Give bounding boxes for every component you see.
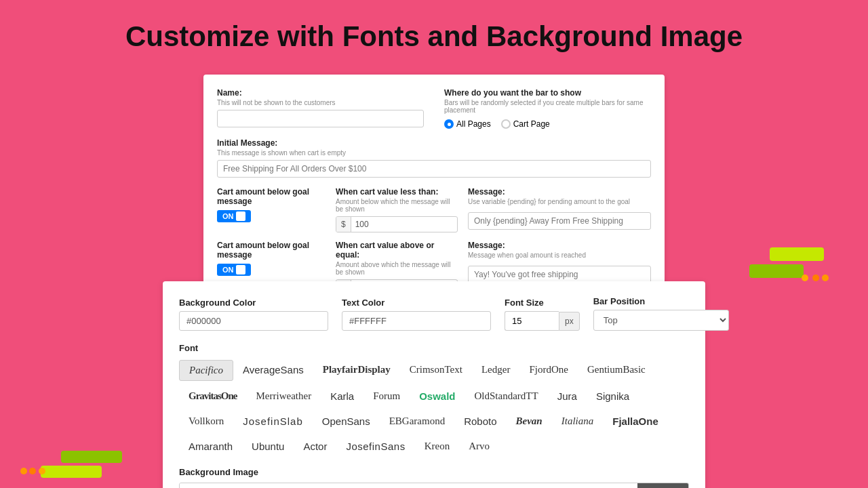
bg-image-section: Background Image Browse	[179, 467, 689, 488]
font-section-label: Font	[179, 343, 689, 353]
svg-point-9	[39, 468, 45, 474]
bg-color-input[interactable]	[179, 311, 328, 331]
bg-color-label: Background Color	[179, 298, 328, 308]
above-goal-on-label: ON	[222, 266, 234, 274]
message-less-input[interactable]	[468, 212, 651, 230]
bg-image-label: Background Image	[179, 467, 689, 477]
text-color-input[interactable]	[342, 311, 491, 331]
font-forum[interactable]: Forum	[363, 386, 410, 406]
bg-image-row: Browse	[179, 483, 689, 488]
below-goal-row: Cart amount below goal message ON When c…	[217, 187, 651, 232]
page-title: Customize with Fonts and Background Imag…	[0, 0, 868, 66]
svg-point-4	[802, 274, 808, 281]
when-less-input[interactable]	[351, 217, 392, 232]
below-goal-on-label: ON	[222, 212, 234, 220]
font-size-row: px	[505, 311, 580, 331]
font-ebgaramond[interactable]: EBGaramond	[380, 411, 454, 431]
font-arvo[interactable]: Arvo	[459, 436, 499, 456]
font-signika[interactable]: Signika	[587, 386, 639, 406]
above-goal-label: Cart amount below goal message	[217, 241, 326, 260]
font-oldstandardtt[interactable]: OldStandardTT	[465, 386, 548, 406]
svg-point-7	[29, 468, 36, 474]
browse-button[interactable]: Browse	[637, 483, 688, 488]
below-goal-toggle-group: Cart amount below goal message ON	[217, 187, 326, 232]
font-bevan[interactable]: Bevan	[507, 411, 552, 431]
font-oswald[interactable]: Oswald	[410, 386, 465, 406]
font-size-input[interactable]	[505, 311, 559, 331]
svg-point-2	[812, 274, 819, 281]
below-goal-indicator	[236, 211, 245, 221]
all-pages-radio[interactable]	[444, 119, 454, 129]
svg-point-3	[822, 274, 829, 281]
font-pacifico[interactable]: Pacifico	[179, 360, 233, 381]
svg-rect-5	[61, 451, 122, 463]
font-ubuntu[interactable]: Ubuntu	[242, 436, 294, 456]
initial-message-label: Initial Message:	[217, 138, 651, 148]
when-less-sublabel: Amount below which the message will be s…	[336, 198, 458, 213]
when-less-group: When cart value less than: Amount below …	[336, 187, 458, 232]
message-above-label: Message:	[468, 241, 651, 250]
name-sublabel: This will not be shown to the customers	[217, 99, 424, 106]
bg-image-input[interactable]	[180, 483, 637, 488]
svg-rect-1	[749, 264, 804, 278]
message-less-group: Message: Use variable {pending} for pend…	[468, 187, 651, 232]
below-goal-label: Cart amount below goal message	[217, 187, 326, 206]
font-actor[interactable]: Actor	[294, 436, 336, 456]
font-fjallaone[interactable]: FjallaOne	[603, 411, 668, 431]
all-pages-label: All Pages	[456, 119, 491, 129]
placement-field-group: Where do you want the bar to show Bars w…	[444, 88, 651, 129]
font-fjordone[interactable]: FjordOne	[519, 360, 578, 381]
initial-message-input[interactable]	[217, 160, 651, 178]
font-merriweather[interactable]: Merriweather	[247, 386, 321, 406]
text-color-label: Text Color	[342, 298, 491, 308]
font-italiana[interactable]: Italiana	[552, 411, 604, 431]
when-above-sublabel: Amount above which the message will be s…	[336, 261, 458, 276]
svg-rect-0	[770, 247, 824, 261]
above-goal-toggle[interactable]: ON	[217, 264, 251, 276]
message-less-sublabel: Use variable {pending} for pending amoun…	[468, 198, 651, 205]
font-vollkorn[interactable]: Vollkorn	[179, 411, 233, 431]
bar-position-label: Bar Position	[593, 296, 729, 306]
placement-label: Where do you want the bar to show	[444, 88, 651, 98]
bg-color-group: Background Color	[179, 298, 328, 331]
initial-message-sublabel: This message is shown when cart is empty	[217, 149, 651, 157]
all-pages-option[interactable]: All Pages	[444, 119, 491, 129]
cart-page-radio[interactable]	[501, 119, 511, 129]
name-label: Name:	[217, 88, 424, 98]
font-opensans[interactable]: OpenSans	[313, 411, 380, 431]
font-size-unit: px	[559, 312, 580, 331]
font-playfairdisplay[interactable]: PlayfairDisplay	[313, 360, 400, 381]
cart-page-option[interactable]: Cart Page	[501, 119, 550, 129]
font-averagesans[interactable]: AverageSans	[233, 360, 313, 381]
font-josefinsans[interactable]: JosefinSans	[336, 436, 414, 456]
when-above-label: When cart value above or equal:	[336, 241, 458, 260]
below-goal-toggle[interactable]: ON	[217, 210, 251, 222]
bar-position-select[interactable]: Top Bottom	[593, 310, 729, 331]
dollar-prefix: $	[336, 217, 351, 232]
settings-row: Background Color Text Color Font Size px…	[179, 296, 689, 331]
font-josefinslab[interactable]: JosefinSlab	[233, 411, 313, 431]
font-gentiumbasic[interactable]: GentiumBasic	[578, 360, 655, 381]
font-kreon[interactable]: Kreon	[415, 436, 460, 456]
font-crimsontext[interactable]: CrimsonText	[400, 360, 472, 381]
font-roboto[interactable]: Roboto	[454, 411, 506, 431]
bar-position-group: Bar Position Top Bottom	[593, 296, 729, 331]
bottom-panel: Background Color Text Color Font Size px…	[163, 281, 705, 488]
font-size-group: Font Size px	[505, 298, 580, 331]
font-karla[interactable]: Karla	[321, 386, 363, 406]
svg-point-8	[20, 468, 27, 474]
name-field-group: Name: This will not be shown to the cust…	[217, 88, 424, 129]
placement-radio-group: All Pages Cart Page	[444, 119, 651, 129]
font-ledger[interactable]: Ledger	[472, 360, 519, 381]
font-jura[interactable]: Jura	[548, 386, 587, 406]
font-gravitasone[interactable]: GravitasOne	[179, 386, 247, 406]
font-grid: Pacifico AverageSans PlayfairDisplay Cri…	[179, 360, 689, 456]
message-less-label: Message:	[468, 187, 651, 197]
message-above-sublabel: Message when goal amount is reached	[468, 251, 651, 259]
above-goal-indicator	[236, 265, 245, 274]
when-less-label: When cart value less than:	[336, 187, 458, 197]
initial-message-group: Initial Message: This message is shown w…	[217, 138, 651, 178]
font-amaranth[interactable]: Amaranth	[179, 436, 242, 456]
name-input[interactable]	[217, 110, 424, 127]
when-less-input-row: $	[336, 216, 458, 232]
